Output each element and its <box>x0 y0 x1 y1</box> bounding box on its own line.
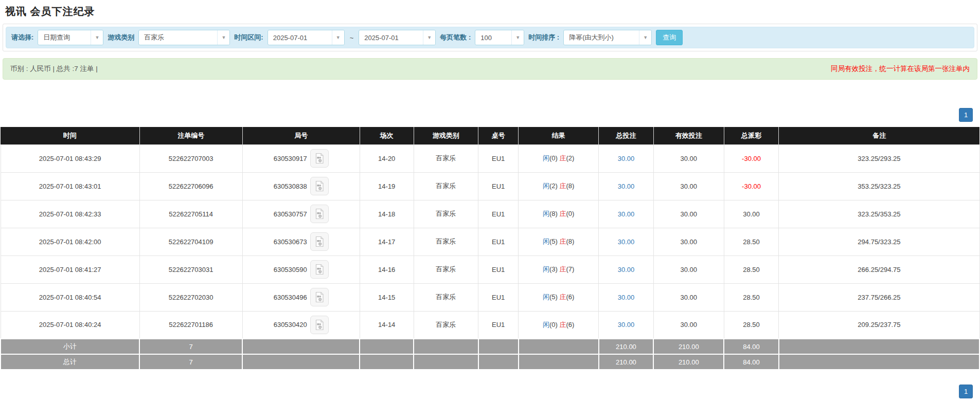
banker-score: (0) <box>566 210 574 217</box>
time-sort-select[interactable]: 降幂(由大到小) ▼ <box>563 30 652 45</box>
filter-bar: 请选择: 日期查询 ▼ 游戏类别 百家乐 ▼ 时间区间: 2025-07-01 … <box>6 27 974 48</box>
page-size-label: 每页笔数 : <box>440 33 471 42</box>
cell-time: 2025-07-01 08:41:27 <box>1 255 139 283</box>
video-file-icon <box>313 263 326 276</box>
cell-bet-id: 522622706096 <box>139 172 242 200</box>
cell-round-id: 630530420 <box>242 311 360 339</box>
table-row: 2025-07-01 08:40:24 522622701186 6305304… <box>1 311 979 339</box>
player-score: (8) <box>549 210 558 217</box>
summary-bar: 币别 : 人民币 | 总共 :7 注单 | 同局有效投注，统一计算在该局第一张注… <box>3 58 977 80</box>
chevron-down-icon: ▼ <box>639 30 651 45</box>
cell-session: 14-16 <box>360 255 414 283</box>
header-session: 场次 <box>360 127 414 144</box>
cell-remark: 323.25/293.25 <box>779 144 979 172</box>
player-score: (0) <box>549 154 558 162</box>
total-label: 总计 <box>1 354 139 370</box>
cell-game-type: 百家乐 <box>414 144 478 172</box>
cell-valid-bet: 30.00 <box>653 311 724 339</box>
video-replay-button[interactable] <box>310 260 329 279</box>
cell-bet-id: 522622704109 <box>139 228 242 255</box>
query-mode-value: 日期查询 <box>38 30 91 45</box>
table-header-row: 时间 注单编号 局号 场次 游戏类别 桌号 结果 总投注 有效投注 总派彩 备注 <box>1 127 979 144</box>
header-valid-bet: 有效投注 <box>653 127 724 144</box>
filter-panel: 请选择: 日期查询 ▼ 游戏类别 百家乐 ▼ 时间区间: 2025-07-01 … <box>3 24 977 51</box>
cell-round-id: 630530673 <box>242 228 360 255</box>
banker-score: (7) <box>566 265 574 273</box>
cell-result: 闲(5) 庄(6) <box>519 283 599 311</box>
game-type-select[interactable]: 百家乐 ▼ <box>138 30 230 45</box>
table-row: 2025-07-01 08:40:54 522622702030 6305304… <box>1 283 979 311</box>
round-id-text: 630530917 <box>274 155 307 162</box>
date-to-value: 2025-07-01 <box>359 30 423 45</box>
cell-game-type: 百家乐 <box>414 228 478 255</box>
cell-round-id: 630530838 <box>242 172 360 200</box>
player-score: (0) <box>549 321 558 328</box>
video-replay-button[interactable] <box>310 316 329 334</box>
cell-table-no: EU1 <box>478 172 519 200</box>
cell-result: 闲(5) 庄(8) <box>519 228 599 255</box>
date-range-separator: ~ <box>349 34 355 42</box>
cell-total-bet: 30.00 <box>599 172 654 200</box>
cell-time: 2025-07-01 08:43:01 <box>1 172 139 200</box>
cell-session: 14-19 <box>360 172 414 200</box>
date-to-select[interactable]: 2025-07-01 ▼ <box>359 30 436 45</box>
page-size-select[interactable]: 100 ▼ <box>475 30 524 45</box>
banker-score: (8) <box>566 182 574 190</box>
currency-total-text: 币别 : 人民币 | 总共 :7 注单 | <box>10 64 98 74</box>
player-score: (3) <box>549 265 558 273</box>
query-mode-select[interactable]: 日期查询 ▼ <box>38 30 103 45</box>
time-sort-label: 时间排序 : <box>528 33 559 42</box>
banker-label: 庄 <box>559 210 566 217</box>
header-game-type: 游戏类别 <box>414 127 478 144</box>
banker-label: 庄 <box>559 321 566 328</box>
chevron-down-icon: ▼ <box>511 30 524 45</box>
table-row: 2025-07-01 08:41:27 522622703031 6305305… <box>1 255 979 283</box>
cell-result: 闲(2) 庄(8) <box>519 172 599 200</box>
date-from-select[interactable]: 2025-07-01 ▼ <box>268 30 345 45</box>
cell-bet-id: 522622701186 <box>139 311 242 339</box>
video-replay-button[interactable] <box>310 205 329 223</box>
cell-valid-bet: 30.00 <box>653 172 724 200</box>
cell-payout: 28.50 <box>724 311 779 339</box>
player-label: 闲 <box>543 265 549 273</box>
cell-payout: -30.00 <box>724 144 779 172</box>
cell-session: 14-18 <box>360 200 414 228</box>
cell-valid-bet: 30.00 <box>653 228 724 255</box>
cell-table-no: EU1 <box>478 200 519 228</box>
video-replay-button[interactable] <box>310 288 329 306</box>
page-title: 视讯 会员下注纪录 <box>0 0 980 24</box>
video-file-icon <box>313 208 326 220</box>
cell-payout: 28.50 <box>724 228 779 255</box>
video-file-icon <box>313 291 326 303</box>
page-1-button[interactable]: 1 <box>959 108 973 122</box>
video-replay-button[interactable] <box>310 149 329 168</box>
player-score: (2) <box>549 182 558 190</box>
cell-round-id: 630530757 <box>242 200 360 228</box>
cell-time: 2025-07-01 08:40:24 <box>1 311 139 339</box>
table-row: 2025-07-01 08:42:33 522622705114 6305307… <box>1 200 979 228</box>
total-valid-bet: 210.00 <box>653 354 724 370</box>
cell-valid-bet: 30.00 <box>653 200 724 228</box>
cell-remark: 266.25/294.75 <box>779 255 979 283</box>
cell-remark: 209.25/237.75 <box>779 311 979 339</box>
banker-score: (2) <box>566 154 574 162</box>
query-mode-label: 请选择: <box>11 33 33 42</box>
date-range-label: 时间区间: <box>234 33 263 42</box>
search-button[interactable]: 查询 <box>656 30 683 45</box>
page-1-button[interactable]: 1 <box>959 385 973 398</box>
subtotal-count: 7 <box>139 339 242 354</box>
game-type-value: 百家乐 <box>139 30 217 45</box>
cell-total-bet: 30.00 <box>599 228 654 255</box>
cell-time: 2025-07-01 08:43:29 <box>1 144 139 172</box>
banker-label: 庄 <box>559 265 566 273</box>
cell-result: 闲(0) 庄(2) <box>519 144 599 172</box>
video-replay-button[interactable] <box>310 232 329 251</box>
player-score: (5) <box>549 293 558 301</box>
chevron-down-icon: ▼ <box>332 30 344 45</box>
banker-score: (6) <box>566 293 574 301</box>
total-total-bet: 210.00 <box>599 354 654 370</box>
cell-game-type: 百家乐 <box>414 311 478 339</box>
video-replay-button[interactable] <box>310 177 329 195</box>
table-row: 2025-07-01 08:43:01 522622706096 6305308… <box>1 172 979 200</box>
round-id-text: 630530673 <box>274 238 307 246</box>
